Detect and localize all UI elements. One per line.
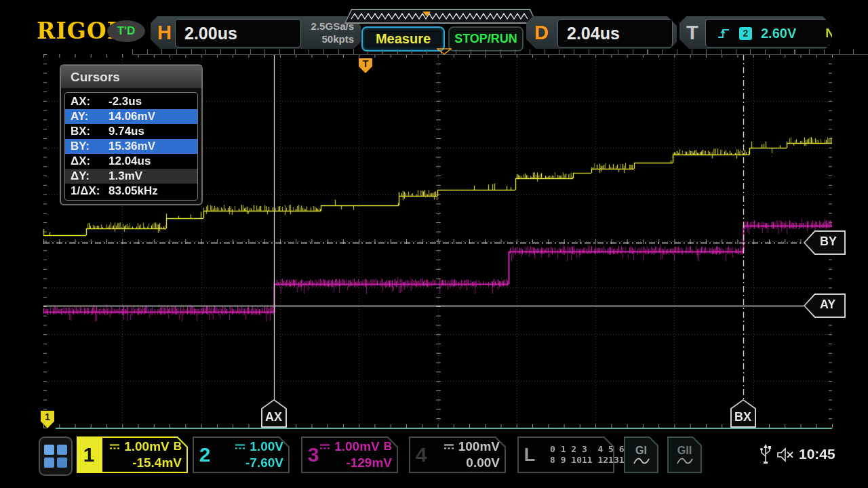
time-ruler bbox=[132, 49, 868, 55]
memory-waveform-icon bbox=[346, 10, 536, 22]
sine-wave-icon bbox=[676, 457, 694, 466]
ch4-offset: 0.00V bbox=[436, 455, 500, 471]
memory-strip-inner bbox=[346, 10, 536, 22]
gen2-label: GII bbox=[677, 445, 692, 457]
cursor-ay-tag[interactable]: AY bbox=[804, 293, 846, 318]
timebase-box[interactable]: 2.00us bbox=[175, 19, 301, 47]
cursors-readout: AX:-2.3us AY:14.06mV BX:9.74us BY:15.36m… bbox=[64, 92, 198, 201]
clock: 10:45 bbox=[799, 446, 835, 462]
ch2-offset: -7.60V bbox=[220, 455, 283, 471]
channel-3-panel[interactable]: 3 1.00mV B -129mV bbox=[301, 436, 398, 473]
dc-coupling-icon bbox=[235, 443, 245, 450]
usb-icon bbox=[760, 444, 772, 466]
trigger-panel[interactable]: T 2 2.60V N bbox=[679, 16, 832, 49]
horizontal-panel[interactable]: H 2.00us 2.5GSa/s 50kpts bbox=[151, 16, 361, 49]
stop-run-button[interactable]: STOP/RUN bbox=[448, 26, 524, 52]
ch2-scale: 1.00V bbox=[250, 439, 283, 455]
trigger-box[interactable]: 2 2.60V N bbox=[705, 19, 842, 47]
cursors-panel: Cursors AX:-2.3us AY:14.06mV BX:9.74us B… bbox=[60, 64, 203, 205]
horizontal-ref-marker[interactable] bbox=[437, 48, 452, 55]
rising-edge-icon bbox=[717, 26, 730, 40]
delay-panel[interactable]: D 2.04us bbox=[526, 16, 677, 49]
ch1-bandwidth-flag: B bbox=[174, 439, 182, 455]
cursor-bx-tag[interactable]: BX bbox=[730, 399, 756, 428]
menu-button[interactable] bbox=[39, 436, 73, 476]
ch3-scale: 1.00mV bbox=[334, 439, 380, 455]
ch4-scale: 100mV bbox=[458, 439, 500, 455]
generator-1-button[interactable]: GI bbox=[624, 436, 658, 473]
measure-button[interactable]: Measure bbox=[361, 26, 445, 52]
oscilloscope-screen: RIGOL T'D H 2.00us 2.5GSa/s 50kpts Measu… bbox=[0, 0, 868, 488]
ch3-offset: -129mV bbox=[328, 455, 392, 471]
trigger-label: T bbox=[686, 16, 698, 49]
ch3-bandwidth-flag: B bbox=[384, 439, 392, 455]
cursors-panel-title: Cursors bbox=[61, 66, 201, 89]
cursor-row-dx: ΔX:12.04us bbox=[65, 154, 197, 169]
gen1-label: GI bbox=[635, 445, 647, 457]
dc-coupling-icon bbox=[109, 443, 120, 450]
dc-coupling-icon bbox=[319, 443, 330, 450]
cursor-by-tag[interactable]: BY bbox=[804, 230, 846, 255]
cursor-ax-tag[interactable]: AX bbox=[261, 399, 287, 428]
channel-1-panel[interactable]: 1 1.00mV B -15.4mV bbox=[77, 436, 188, 473]
ch1-scale: 1.00mV bbox=[124, 439, 170, 455]
logic-row-1: 0 1 2 3 4 5 6 7 bbox=[550, 444, 608, 455]
memory-position-strip[interactable] bbox=[344, 9, 537, 24]
channel-2-panel[interactable]: 2 1.00V -7.60V bbox=[193, 436, 290, 473]
delay-box[interactable]: 2.04us bbox=[557, 19, 673, 47]
speaker-muted-icon bbox=[777, 447, 795, 462]
cursor-row-ay: AY:14.06mV bbox=[65, 109, 197, 124]
generator-2-button[interactable]: GII bbox=[667, 436, 702, 473]
delay-label: D bbox=[534, 16, 549, 49]
sine-wave-icon bbox=[633, 457, 650, 466]
logic-channels-panel[interactable]: L 0 1 2 3 4 5 6 7 8 9 1011 12131415 bbox=[517, 436, 614, 473]
trigger-level: 2.60V bbox=[761, 26, 796, 41]
dc-coupling-icon bbox=[443, 443, 454, 450]
logic-row-2: 8 9 1011 12131415 bbox=[550, 455, 608, 466]
cursor-row-bx: BX:9.74us bbox=[65, 124, 197, 139]
menu-grid-icon bbox=[44, 445, 54, 455]
cursor-row-dy: ΔY:1.3mV bbox=[65, 169, 197, 184]
channel-4-panel[interactable]: 4 100mV 0.00V bbox=[409, 436, 506, 473]
cursor-row-by: BY:15.36mV bbox=[65, 139, 197, 154]
ch1-offset: -15.4mV bbox=[108, 455, 182, 471]
trigger-status-badge: T'D bbox=[107, 20, 145, 42]
cursor-row-ax: AX:-2.3us bbox=[65, 94, 197, 109]
trigger-source-badge: 2 bbox=[739, 27, 752, 40]
delay-value: 2.04us bbox=[558, 24, 620, 43]
horizontal-label: H bbox=[157, 16, 172, 49]
timebase-value: 2.00us bbox=[176, 24, 237, 43]
cursor-row-freq: 1/ΔX:83.05kHz bbox=[65, 184, 197, 199]
